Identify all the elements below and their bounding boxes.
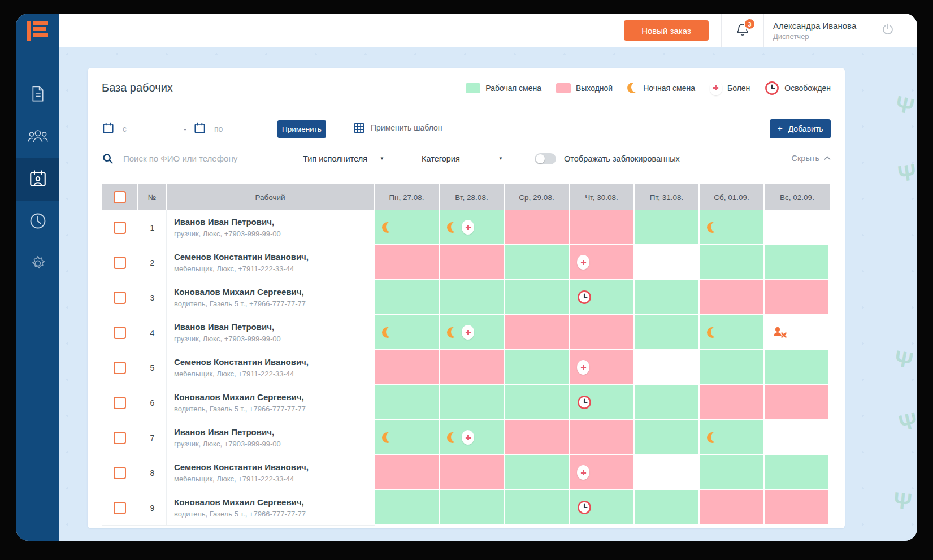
schedule-cell[interactable] <box>505 210 570 245</box>
table-row[interactable]: 7Иванов Иван Петрович,грузчик, Люкс, +79… <box>102 420 831 455</box>
schedule-cell[interactable] <box>700 245 765 280</box>
table-row[interactable]: 8Семенов Константин Иванович,мебельщик, … <box>102 455 831 490</box>
worker-cell[interactable]: Семенов Константин Иванович,мебельщик, Л… <box>167 245 375 280</box>
row-checkbox[interactable] <box>114 467 126 479</box>
schedule-cell[interactable] <box>700 280 765 315</box>
apply-template-link[interactable]: Применить шаблон <box>353 122 442 136</box>
schedule-cell[interactable] <box>765 280 830 315</box>
app-logo[interactable] <box>16 14 59 49</box>
schedule-cell[interactable] <box>505 385 570 420</box>
schedule-cell[interactable] <box>570 315 635 350</box>
schedule-cell[interactable] <box>440 315 505 350</box>
schedule-cell[interactable] <box>765 490 830 526</box>
row-checkbox[interactable] <box>114 502 126 514</box>
row-checkbox[interactable] <box>114 432 126 444</box>
row-checkbox[interactable] <box>114 292 126 304</box>
schedule-cell[interactable] <box>375 420 440 455</box>
table-row[interactable]: 3Коновалов Михаил Сергеевич,водитель, Га… <box>102 280 831 315</box>
schedule-cell[interactable] <box>570 210 635 245</box>
schedule-cell[interactable] <box>570 385 635 420</box>
sidebar-item-history[interactable] <box>16 201 59 243</box>
sidebar-item-documents[interactable] <box>16 73 59 116</box>
schedule-cell[interactable] <box>505 280 570 315</box>
schedule-cell[interactable] <box>700 420 765 455</box>
row-checkbox[interactable] <box>114 397 126 409</box>
row-checkbox[interactable] <box>114 257 126 269</box>
schedule-cell[interactable] <box>700 455 765 490</box>
add-worker-button[interactable]: + Добавить <box>770 119 831 138</box>
schedule-cell[interactable] <box>635 420 700 455</box>
row-checkbox[interactable] <box>114 327 126 339</box>
schedule-cell[interactable] <box>765 385 830 420</box>
executor-type-select[interactable]: Тип исполнителя ▼ <box>301 151 387 167</box>
row-checkbox[interactable] <box>114 222 126 234</box>
schedule-cell[interactable] <box>700 490 765 526</box>
schedule-cell[interactable] <box>570 350 635 385</box>
logout-button[interactable] <box>858 14 917 47</box>
schedule-cell[interactable] <box>375 280 440 315</box>
schedule-cell[interactable] <box>635 490 700 526</box>
schedule-cell[interactable] <box>765 350 830 385</box>
schedule-cell[interactable] <box>570 420 635 455</box>
schedule-cell[interactable] <box>570 490 635 526</box>
schedule-cell[interactable] <box>635 350 700 385</box>
schedule-cell[interactable] <box>765 210 830 245</box>
schedule-cell[interactable] <box>635 210 700 245</box>
schedule-cell[interactable] <box>635 280 700 315</box>
sidebar-item-settings[interactable] <box>16 243 59 285</box>
schedule-cell[interactable] <box>440 210 505 245</box>
schedule-cell[interactable] <box>375 245 440 280</box>
show-blocked-toggle[interactable] <box>535 153 556 164</box>
worker-cell[interactable]: Коновалов Михаил Сергеевич,водитель, Газ… <box>167 385 375 420</box>
schedule-cell[interactable] <box>375 455 440 490</box>
schedule-cell[interactable] <box>765 245 830 280</box>
schedule-cell[interactable] <box>765 455 830 490</box>
schedule-cell[interactable] <box>440 280 505 315</box>
worker-cell[interactable]: Семенов Константин Иванович,мебельщик, Л… <box>167 350 375 385</box>
schedule-cell[interactable] <box>440 350 505 385</box>
schedule-cell[interactable] <box>700 315 765 350</box>
schedule-cell[interactable] <box>505 315 570 350</box>
schedule-cell[interactable] <box>440 490 505 526</box>
table-row[interactable]: 2Семенов Константин Иванович,мебельщик, … <box>102 245 831 280</box>
schedule-cell[interactable] <box>700 385 765 420</box>
table-row[interactable]: 5Семенов Константин Иванович,мебельщик, … <box>102 350 831 385</box>
sidebar-item-schedule[interactable] <box>16 158 59 201</box>
schedule-cell[interactable] <box>765 420 830 455</box>
new-order-button[interactable]: Новый заказ <box>624 20 709 41</box>
table-row[interactable]: 4Иванов Иван Петрович,грузчик, Люкс, +79… <box>102 315 831 350</box>
schedule-cell[interactable] <box>375 210 440 245</box>
schedule-cell[interactable] <box>440 420 505 455</box>
date-from-input[interactable] <box>120 121 177 137</box>
search-input[interactable] <box>122 150 269 167</box>
schedule-cell[interactable] <box>570 280 635 315</box>
table-row[interactable]: 1Иванов Иван Петрович,грузчик, Люкс, +79… <box>102 210 831 245</box>
sidebar-item-staff[interactable] <box>16 116 59 158</box>
schedule-cell[interactable] <box>635 385 700 420</box>
schedule-cell[interactable] <box>635 455 700 490</box>
user-menu[interactable]: Александра Иванова Диспетчер <box>764 14 858 47</box>
schedule-cell[interactable] <box>635 245 700 280</box>
worker-cell[interactable]: Семенов Константин Иванович,мебельщик, Л… <box>167 455 375 490</box>
schedule-cell[interactable] <box>700 350 765 385</box>
notifications-button[interactable]: 3 <box>722 14 763 47</box>
schedule-cell[interactable] <box>570 455 635 490</box>
date-to-input[interactable] <box>212 121 268 137</box>
schedule-cell[interactable] <box>375 315 440 350</box>
schedule-cell[interactable] <box>570 245 635 280</box>
schedule-cell[interactable] <box>505 490 570 526</box>
select-all-checkbox[interactable] <box>114 191 126 203</box>
worker-cell[interactable]: Иванов Иван Петрович,грузчик, Люкс, +790… <box>167 315 375 350</box>
worker-cell[interactable]: Коновалов Михаил Сергеевич,водитель, Газ… <box>167 490 375 526</box>
schedule-cell[interactable] <box>700 210 765 245</box>
schedule-cell[interactable] <box>440 245 505 280</box>
schedule-cell[interactable] <box>375 350 440 385</box>
schedule-cell[interactable] <box>765 315 830 350</box>
row-checkbox[interactable] <box>114 362 126 374</box>
category-select[interactable]: Категория ▼ <box>419 151 505 167</box>
schedule-cell[interactable] <box>505 455 570 490</box>
schedule-cell[interactable] <box>505 350 570 385</box>
schedule-cell[interactable] <box>440 455 505 490</box>
schedule-cell[interactable] <box>635 315 700 350</box>
schedule-cell[interactable] <box>505 245 570 280</box>
